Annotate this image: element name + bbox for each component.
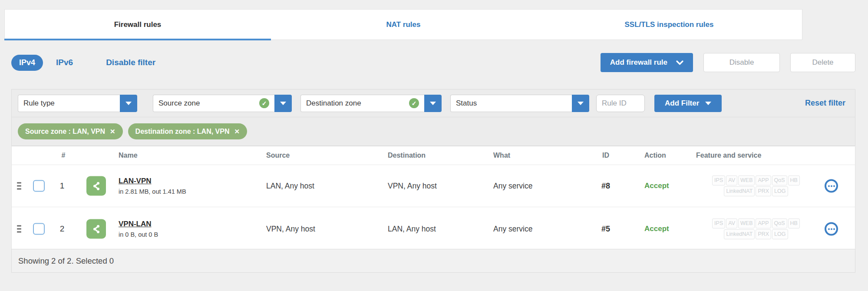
feature-badge: WEB: [738, 218, 755, 228]
destination-zone-label: Destination zone: [306, 99, 405, 108]
chevron-down-icon: [676, 60, 683, 65]
ipv6-toggle[interactable]: IPv6: [56, 58, 73, 67]
destination-zone-field[interactable]: Destination zone ✓: [300, 95, 424, 112]
caret-down-icon: [280, 102, 286, 105]
disable-filter-link[interactable]: Disable filter: [106, 58, 155, 67]
what-cell: Any service: [493, 182, 532, 191]
filter-panel: Rule type Source zone ✓ Destination zone: [11, 89, 855, 146]
row-checkbox[interactable]: [33, 180, 45, 192]
header-number: #: [57, 152, 70, 159]
row-position: 2: [53, 224, 71, 234]
row-menu-ellipsis-icon[interactable]: [825, 222, 838, 236]
tab-ssl-tls-inspection-rules[interactable]: SSL/TLS inspection rules: [536, 10, 802, 40]
rule-name-cell: VPN-LAN in 0 B, out 0 B: [119, 220, 158, 238]
destination-cell: LAN, Any host: [388, 225, 436, 234]
destination-zone-filter-chip[interactable]: Destination zone : LAN, VPN ✕: [128, 123, 247, 139]
feature-badge: APP: [756, 175, 771, 185]
source-zone-field[interactable]: Source zone ✓: [153, 95, 274, 112]
action-accept-label: Accept: [644, 182, 669, 190]
rule-name-link[interactable]: VPN-LAN: [119, 220, 152, 228]
active-filter-chips: Source zone : LAN, VPN ✕ Destination zon…: [12, 117, 855, 146]
drag-handle-icon[interactable]: [17, 225, 21, 233]
source-zone-dropdown[interactable]: Source zone ✓: [153, 95, 292, 112]
feature-badge: LOG: [772, 186, 788, 196]
header-id: ID: [597, 152, 614, 159]
rule-type-field[interactable]: Rule type: [18, 95, 120, 112]
header-action: Action: [644, 152, 666, 159]
reset-filter-link[interactable]: Reset filter: [805, 99, 845, 108]
firewall-rules-page: Firewall rules NAT rules SSL/TLS inspect…: [0, 0, 868, 291]
header-name: Name: [119, 152, 138, 159]
feature-badge: IPS: [712, 175, 725, 185]
status-dropdown[interactable]: Status: [450, 95, 589, 112]
caret-down-icon: [705, 102, 711, 105]
rule-traffic: in 0 B, out 0 B: [119, 231, 158, 238]
table-footer: Showing 2 of 2. Selected 0: [11, 249, 855, 273]
feature-badge: HB: [788, 218, 800, 228]
caret-down-icon: [578, 102, 584, 105]
feature-badge: HB: [788, 175, 800, 185]
rule-type-share-icon: [86, 219, 106, 239]
rule-type-dropdown[interactable]: Rule type: [18, 95, 137, 112]
source-zone-filter-chip[interactable]: Source zone : LAN, VPN ✕: [18, 123, 123, 139]
feature-badge: LinkedNAT: [724, 229, 755, 239]
feature-badge: AV: [726, 175, 737, 185]
feature-badge: QoS: [772, 218, 787, 228]
firewall-rules-table: # Name Source Destination What ID Action…: [11, 146, 855, 249]
add-firewall-rule-label: Add firewall rule: [610, 58, 667, 67]
rule-id-cell: #5: [595, 225, 616, 234]
row-position: 1: [53, 181, 71, 191]
header-what: What: [493, 152, 510, 159]
drag-handle-icon[interactable]: [17, 182, 21, 190]
tab-firewall-rules[interactable]: Firewall rules: [5, 10, 271, 40]
tab-nat-rules[interactable]: NAT rules: [271, 10, 536, 40]
feature-badge: LOG: [772, 229, 788, 239]
source-zone-label: Source zone: [158, 99, 255, 108]
feature-badge: LinkedNAT: [724, 186, 755, 196]
what-cell: Any service: [493, 225, 532, 234]
status-field[interactable]: Status: [450, 95, 572, 112]
filter-applied-check-icon: ✓: [409, 98, 419, 108]
source-cell: VPN, Any host: [266, 225, 315, 234]
chip-close-icon[interactable]: ✕: [234, 128, 240, 136]
destination-zone-dropdown[interactable]: Destination zone ✓: [300, 95, 442, 112]
rule-type-dropdown-button[interactable]: [120, 95, 137, 112]
rule-type-label: Rule type: [23, 99, 115, 108]
caret-down-icon: [125, 102, 132, 105]
destination-zone-dropdown-button[interactable]: [424, 95, 442, 112]
filter-row: Rule type Source zone ✓ Destination zone: [12, 89, 855, 117]
feature-badge: PRX: [756, 186, 771, 196]
ipv4-toggle[interactable]: IPv4: [11, 55, 43, 71]
rule-name-link[interactable]: LAN-VPN: [119, 177, 152, 185]
filter-applied-check-icon: ✓: [259, 98, 269, 108]
feature-badge: IPS: [712, 218, 725, 228]
rule-id-input[interactable]: [596, 95, 645, 112]
rule-id-cell: #8: [595, 182, 616, 191]
status-label: Status: [456, 99, 567, 108]
row-menu-ellipsis-icon[interactable]: [825, 179, 838, 193]
destination-cell: VPN, Any host: [388, 182, 437, 191]
source-cell: LAN, Any host: [266, 182, 314, 191]
header-source: Source: [266, 152, 290, 159]
caret-down-icon: [430, 102, 436, 105]
disable-button[interactable]: Disable: [703, 53, 780, 72]
rule-traffic: in 2.81 MB, out 1.41 MB: [119, 188, 186, 195]
chip-close-icon[interactable]: ✕: [110, 128, 116, 136]
table-row: 2 VPN-LAN in 0 B, out 0 B VPN, Any host …: [12, 207, 855, 251]
chip-label: Source zone : LAN, VPN: [25, 128, 105, 136]
add-filter-button[interactable]: Add Filter: [654, 95, 722, 112]
feature-badges: IPSAVWEBAPPQoSHB LinkedNATPRXLOG: [700, 218, 812, 240]
action-toolbar: IPv4 IPv6 Disable filter Add firewall ru…: [11, 53, 855, 72]
row-checkbox[interactable]: [33, 223, 45, 235]
feature-badges: IPSAVWEBAPPQoSHB LinkedNATPRXLOG: [700, 175, 812, 197]
status-dropdown-button[interactable]: [572, 95, 589, 112]
feature-badge: QoS: [772, 175, 787, 185]
source-zone-dropdown-button[interactable]: [274, 95, 292, 112]
header-destination: Destination: [388, 152, 426, 159]
rule-name-cell: LAN-VPN in 2.81 MB, out 1.41 MB: [119, 177, 186, 195]
action-accept-label: Accept: [644, 225, 669, 233]
rules-tabbar: Firewall rules NAT rules SSL/TLS inspect…: [4, 9, 802, 40]
feature-badge: WEB: [738, 175, 755, 185]
add-firewall-rule-button[interactable]: Add firewall rule: [601, 53, 693, 72]
delete-button[interactable]: Delete: [790, 53, 855, 72]
